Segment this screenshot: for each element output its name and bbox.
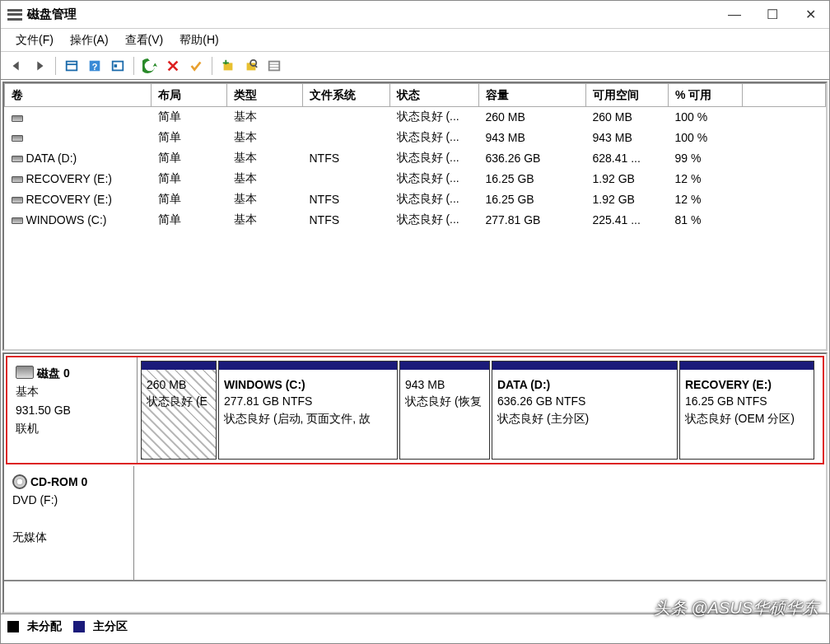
close-button[interactable]: ✕ (791, 1, 829, 28)
table-row[interactable]: 简单基本状态良好 (...943 MB943 MB100 % (5, 128, 826, 148)
partition-status: 状态良好 (启动, 页面文件, 故 (224, 410, 392, 427)
partition-header (400, 362, 489, 370)
cell-layout: 简单 (152, 169, 227, 189)
volume-icon (12, 135, 23, 142)
col-volume[interactable]: 卷 (5, 84, 152, 107)
menu-file[interactable]: 文件(F) (7, 30, 62, 51)
partition-status: 状态良好 (OEM 分区) (685, 410, 809, 427)
table-row[interactable]: DATA (D:)简单基本NTFS状态良好 (...636.26 GB628.4… (5, 148, 826, 169)
cell-layout: 简单 (152, 148, 227, 169)
volume-list[interactable]: 卷 布局 类型 文件系统 状态 容量 可用空间 % 可用 简单基本状态良好 (.… (2, 82, 828, 351)
svg-text:?: ? (92, 61, 98, 71)
table-row[interactable]: 简单基本状态良好 (...260 MB260 MB100 % (5, 107, 826, 128)
volume-icon (12, 197, 23, 203)
column-headers: 卷 布局 类型 文件系统 状态 容量 可用空间 % 可用 (5, 84, 826, 107)
col-status[interactable]: 状态 (390, 84, 479, 107)
view-list-button[interactable] (61, 55, 82, 77)
table-row[interactable]: RECOVERY (E:)简单基本NTFS状态良好 (...16.25 GB1.… (5, 189, 826, 210)
col-type[interactable]: 类型 (227, 84, 303, 107)
svg-rect-5 (114, 64, 118, 68)
partition-size: 16.25 GB NTFS (685, 393, 809, 409)
volume-name: WINDOWS (C:) (26, 213, 107, 226)
disk-0-info: 磁盘 0 基本 931.50 GB 联机 (7, 357, 138, 463)
partition-status: 状态良好 (E (147, 393, 211, 409)
cell-free: 225.41 ... (586, 210, 669, 231)
col-fs[interactable]: 文件系统 (303, 84, 390, 107)
view-graphic-button[interactable] (107, 55, 128, 77)
partition[interactable]: WINDOWS (C:)277.81 GB NTFS状态良好 (启动, 页面文件… (218, 361, 398, 460)
disk-row-0[interactable]: 磁盘 0 基本 931.50 GB 联机 260 MB状态良好 (EWINDOW… (6, 356, 824, 464)
forward-button[interactable] (29, 55, 50, 77)
disk-0-partitions: 260 MB状态良好 (EWINDOWS (C:)277.81 GB NTFS状… (138, 357, 823, 463)
window-title: 磁盘管理 (27, 7, 716, 22)
minimize-button[interactable]: — (716, 1, 753, 28)
volume-icon (12, 176, 23, 183)
delete-button[interactable] (162, 55, 184, 77)
menu-view[interactable]: 查看(V) (117, 30, 172, 51)
search-volume-button[interactable] (240, 55, 262, 77)
partition-header (680, 362, 814, 370)
cell-free: 628.41 ... (586, 148, 669, 169)
help-button[interactable]: ? (84, 55, 105, 77)
apply-button[interactable] (185, 55, 207, 77)
properties-button[interactable] (263, 55, 285, 77)
partition-name: DATA (D:) (497, 376, 672, 393)
partition[interactable]: 943 MB状态良好 (恢复 (399, 361, 490, 460)
cell-layout: 简单 (152, 107, 227, 128)
cdrom-partitions (134, 466, 826, 580)
menu-help[interactable]: 帮助(H) (171, 30, 226, 51)
cell-fs: NTFS (303, 148, 390, 169)
cell-free: 1.92 GB (586, 189, 669, 210)
svg-rect-0 (67, 61, 77, 70)
cell-pct: 100 % (669, 128, 743, 148)
cell-free: 260 MB (586, 107, 669, 128)
maximize-button[interactable]: ☐ (753, 1, 791, 28)
table-row[interactable]: WINDOWS (C:)简单基本NTFS状态良好 (...277.81 GB22… (5, 210, 826, 231)
legend-unallocated-swatch (7, 621, 19, 632)
disk-map[interactable]: 磁盘 0 基本 931.50 GB 联机 260 MB状态良好 (EWINDOW… (2, 352, 828, 614)
refresh-button[interactable] (139, 55, 161, 77)
volume-name: RECOVERY (E:) (26, 172, 113, 185)
cell-type: 基本 (227, 148, 303, 169)
menu-bar: 文件(F) 操作(A) 查看(V) 帮助(H) (1, 29, 829, 52)
cell-pct: 99 % (669, 148, 743, 169)
col-free[interactable]: 可用空间 (586, 84, 669, 107)
cell-fs: NTFS (303, 210, 390, 231)
partition-header (219, 362, 397, 370)
col-capacity[interactable]: 容量 (479, 84, 586, 107)
back-button[interactable] (6, 55, 27, 77)
cell-status: 状态良好 (... (390, 210, 479, 231)
legend: 未分配 主分区 (1, 614, 829, 638)
cell-pct: 81 % (669, 210, 743, 231)
cell-pct: 12 % (669, 189, 743, 210)
cd-icon (12, 474, 27, 489)
table-row[interactable]: RECOVERY (E:)简单基本状态良好 (...16.25 GB1.92 G… (5, 169, 826, 189)
col-layout[interactable]: 布局 (152, 84, 227, 107)
partition-status: 状态良好 (恢复 (405, 393, 484, 409)
app-icon (7, 9, 22, 21)
col-pct[interactable]: % 可用 (669, 84, 743, 107)
new-volume-button[interactable] (217, 55, 239, 77)
cell-type: 基本 (227, 128, 303, 148)
svg-rect-6 (224, 63, 233, 70)
cell-fs (303, 107, 390, 128)
cell-pct: 100 % (669, 107, 743, 128)
partition-size: 636.26 GB NTFS (497, 393, 672, 409)
cell-capacity: 943 MB (479, 128, 586, 148)
cell-status: 状态良好 (... (390, 107, 479, 128)
volume-name: RECOVERY (E:) (26, 193, 113, 206)
disk-row-cdrom[interactable]: CD-ROM 0 DVD (F:) 无媒体 (4, 466, 826, 581)
cell-type: 基本 (227, 189, 303, 210)
cell-capacity: 16.25 GB (479, 169, 586, 189)
cell-fs: NTFS (303, 189, 390, 210)
cell-capacity: 16.25 GB (479, 189, 586, 210)
partition[interactable]: RECOVERY (E:)16.25 GB NTFS状态良好 (OEM 分区) (679, 361, 814, 460)
volume-name: DATA (D:) (26, 152, 77, 165)
partition[interactable]: 260 MB状态良好 (E (141, 361, 217, 460)
partition[interactable]: DATA (D:)636.26 GB NTFS状态良好 (主分区) (492, 361, 678, 460)
cell-type: 基本 (227, 107, 303, 128)
volume-icon (12, 217, 23, 224)
cell-free: 943 MB (586, 128, 669, 148)
svg-rect-8 (223, 62, 229, 63)
menu-operation[interactable]: 操作(A) (62, 30, 117, 51)
